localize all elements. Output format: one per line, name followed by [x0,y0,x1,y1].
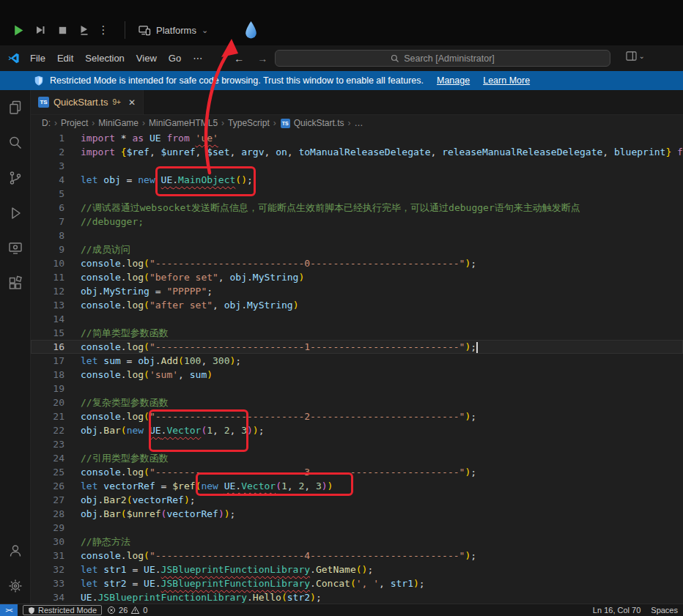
line-number[interactable]: 19 [31,382,64,396]
play-options-kebab[interactable]: ⋮ [97,21,110,40]
code-line[interactable]: 1import * as UE from 'ue' [31,131,683,145]
nav-forward-icon[interactable]: → [251,53,274,64]
line-number[interactable]: 20 [31,396,64,409]
line-number[interactable]: 14 [31,312,64,326]
manage-link[interactable]: Manage [437,75,470,86]
launch-button[interactable] [75,21,94,40]
line-number[interactable]: 26 [31,479,64,493]
code-line[interactable]: 14 [31,312,683,326]
settings-gear-icon[interactable] [0,568,31,604]
code-line[interactable]: 24//引用类型参数函数 [31,451,683,465]
code-line[interactable]: 30//静态方法 [31,535,683,549]
code-line[interactable]: 5 [31,187,683,201]
line-number[interactable]: 32 [31,563,64,576]
line-number[interactable]: 18 [31,368,64,382]
line-number[interactable]: 2 [31,145,64,159]
line-number[interactable]: 11 [31,270,64,284]
explorer-icon[interactable] [0,90,31,125]
nav-back-icon[interactable]: ← [227,53,251,64]
menu-go[interactable]: Go [163,53,187,64]
cursor-position-status[interactable]: Ln 16, Col 70 [588,604,646,616]
code-line[interactable]: 18console.log('sum', sum) [31,368,683,382]
code-line[interactable]: 2import {$ref, $unref, $set, argv, on, t… [31,145,683,159]
remote-explorer-icon[interactable] [0,231,31,266]
breadcrumb-item[interactable]: Project [60,118,89,128]
code-line[interactable]: 19 [31,382,683,396]
code-line[interactable]: 21console.log("-------------------------… [31,409,683,423]
line-number[interactable]: 30 [31,535,64,549]
learn-more-link[interactable]: Learn More [483,75,530,86]
code-line[interactable]: 11console.log("before set", obj.MyString… [31,270,683,284]
line-number[interactable]: 31 [31,549,64,563]
line-number[interactable]: 5 [31,187,64,201]
code-line[interactable]: 26let vectorRef = $ref(new UE.Vector(1, … [31,479,683,493]
line-number[interactable]: 4 [31,173,64,187]
code-line[interactable]: 13console.log("after set", obj.MyString) [31,298,683,312]
line-number[interactable]: 9 [31,242,64,256]
line-number[interactable]: 27 [31,493,64,507]
code-line[interactable]: 34UE.JSBlueprintFunctionLibrary.Hello(st… [31,590,683,604]
code-line[interactable]: 28obj.Bar($unref(vectorRef)); [31,507,683,521]
menu-edit[interactable]: Edit [51,53,79,64]
line-number[interactable]: 6 [31,201,64,215]
code-line[interactable]: 22obj.Bar(new UE.Vector(1, 2, 3)); [31,423,683,437]
code-line[interactable]: 15//简单类型参数函数 [31,326,683,340]
line-number[interactable]: 3 [31,159,64,173]
skip-frame-button[interactable] [31,21,50,40]
close-icon[interactable]: ✕ [128,97,136,108]
breadcrumb-item[interactable]: … [353,118,363,128]
code-line[interactable]: 16console.log("-------------------------… [31,340,683,354]
code-line[interactable]: 20//复杂类型参数函数 [31,396,683,409]
code-line[interactable]: 25console.log("-------------------------… [31,465,683,479]
line-number[interactable]: 10 [31,256,64,270]
code-line[interactable]: 32let str1 = UE.JSBlueprintFunctionLibra… [31,563,683,576]
code-line[interactable]: 27obj.Bar2(vectorRef); [31,493,683,507]
extensions-icon[interactable] [0,266,31,301]
code-line[interactable]: 17let sum = obj.Add(100, 300); [31,354,683,368]
line-number[interactable]: 13 [31,298,64,312]
line-number[interactable]: 24 [31,451,64,465]
line-number[interactable]: 16 [31,340,64,354]
code-line[interactable]: 33let str2 = UE.JSBlueprintFunctionLibra… [31,576,683,590]
line-number[interactable]: 12 [31,284,64,298]
code-line[interactable]: 3 [31,159,683,173]
breadcrumb[interactable]: D:›Project›MiniGame›MiniGameHTML5›TypeSc… [31,115,683,131]
code-line[interactable]: 9//成员访问 [31,242,683,256]
remote-indicator[interactable]: >< [0,604,18,616]
line-number[interactable]: 23 [31,437,64,451]
code-line[interactable]: 23 [31,437,683,451]
menu-file[interactable]: File [24,53,51,64]
line-number[interactable]: 15 [31,326,64,340]
line-number[interactable]: 1 [31,131,64,145]
code-line[interactable]: 4let obj = new UE.MainObject(); [31,173,683,187]
breadcrumb-item[interactable]: TypeScript [227,118,270,128]
code-line[interactable]: 29 [31,521,683,535]
liquid-drop-button[interactable] [243,21,259,40]
search-icon[interactable] [0,125,31,160]
play-button[interactable] [9,21,28,40]
command-center-search[interactable]: Search [Administrator] [275,50,610,67]
code-line[interactable]: 6//调试器通过websocket发送断点信息，可能断点生效前脚本已经执行完毕，… [31,201,683,215]
line-number[interactable]: 33 [31,576,64,590]
line-number[interactable]: 17 [31,354,64,368]
stop-button[interactable] [53,21,72,40]
line-number[interactable]: 21 [31,409,64,423]
account-icon[interactable] [0,533,31,568]
line-number[interactable]: 22 [31,423,64,437]
code-line[interactable]: 7//debugger; [31,215,683,229]
menu-selection[interactable]: Selection [79,53,130,64]
source-control-icon[interactable] [0,160,31,196]
line-number[interactable]: 25 [31,465,64,479]
code-line[interactable]: 8 [31,229,683,242]
code-line[interactable]: 12obj.MyString = "PPPPP"; [31,284,683,298]
indentation-status[interactable]: Spaces [646,604,683,616]
breadcrumb-item[interactable]: MiniGameHTML5 [148,118,218,128]
platforms-dropdown[interactable]: Platforms ⌄ [139,25,208,36]
menu-more-icon[interactable]: ⋯ [187,53,208,64]
line-number[interactable]: 7 [31,215,64,229]
breadcrumb-item[interactable]: D: [41,118,51,128]
line-number[interactable]: 34 [31,590,64,604]
line-number[interactable]: 28 [31,507,64,521]
layout-toggle-button[interactable]: ⌄ [626,51,645,61]
code-line[interactable]: 10console.log("-------------------------… [31,256,683,270]
